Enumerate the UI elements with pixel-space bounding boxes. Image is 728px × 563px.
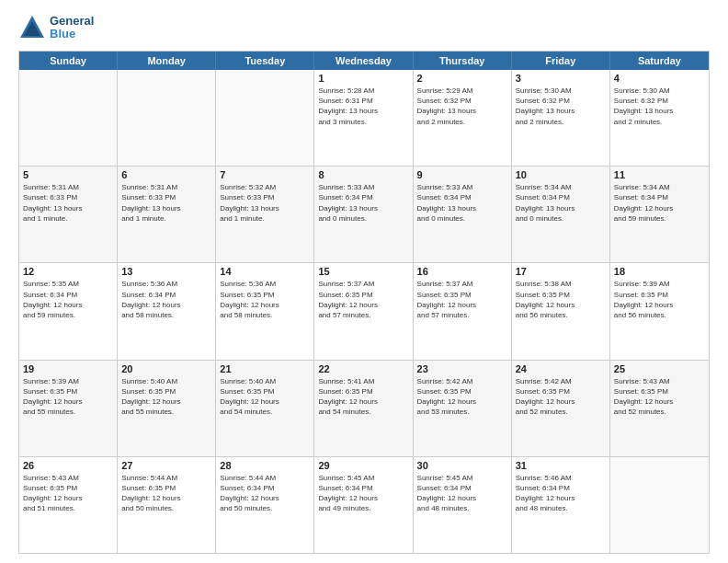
day-cell-27: 27Sunrise: 5:44 AM Sunset: 6:35 PM Dayli…: [118, 457, 216, 553]
day-number: 1: [318, 73, 408, 84]
logo-text: General Blue: [50, 15, 94, 41]
day-cell-5: 5Sunrise: 5:31 AM Sunset: 6:33 PM Daylig…: [19, 167, 118, 262]
day-cell-2: 2Sunrise: 5:29 AM Sunset: 6:32 PM Daylig…: [414, 70, 512, 166]
logo-icon: [18, 14, 46, 41]
day-info: Sunrise: 5:36 AM Sunset: 6:35 PM Dayligh…: [220, 279, 310, 320]
day-number: 6: [121, 169, 211, 180]
day-info: Sunrise: 5:42 AM Sunset: 6:35 PM Dayligh…: [417, 376, 507, 418]
day-number: 2: [417, 73, 507, 84]
day-info: Sunrise: 5:43 AM Sunset: 6:35 PM Dayligh…: [23, 473, 113, 514]
day-number: 19: [23, 363, 113, 374]
day-headers: SundayMondayTuesdayWednesdayThursdayFrid…: [19, 52, 709, 70]
calendar-body: 1Sunrise: 5:28 AM Sunset: 6:31 PM Daylig…: [19, 70, 709, 553]
day-header-sunday: Sunday: [19, 52, 118, 70]
day-cell-empty: [610, 457, 709, 553]
day-info: Sunrise: 5:28 AM Sunset: 6:31 PM Dayligh…: [318, 86, 408, 127]
calendar-week-4: 19Sunrise: 5:39 AM Sunset: 6:35 PM Dayli…: [19, 360, 709, 456]
day-number: 13: [121, 266, 211, 277]
day-number: 8: [318, 169, 408, 180]
day-info: Sunrise: 5:45 AM Sunset: 6:34 PM Dayligh…: [417, 473, 507, 514]
day-number: 27: [121, 460, 211, 471]
day-cell-15: 15Sunrise: 5:37 AM Sunset: 6:35 PM Dayli…: [314, 263, 413, 359]
day-info: Sunrise: 5:41 AM Sunset: 6:35 PM Dayligh…: [318, 376, 408, 418]
day-cell-19: 19Sunrise: 5:39 AM Sunset: 6:35 PM Dayli…: [19, 361, 118, 456]
day-info: Sunrise: 5:44 AM Sunset: 6:34 PM Dayligh…: [220, 473, 310, 514]
page: General Blue SundayMondayTuesdayWednesda…: [0, 0, 728, 563]
day-header-thursday: Thursday: [414, 52, 512, 70]
day-number: 29: [318, 460, 408, 471]
calendar-week-1: 1Sunrise: 5:28 AM Sunset: 6:31 PM Daylig…: [19, 70, 709, 166]
calendar-week-2: 5Sunrise: 5:31 AM Sunset: 6:33 PM Daylig…: [19, 166, 709, 262]
day-cell-30: 30Sunrise: 5:45 AM Sunset: 6:34 PM Dayli…: [414, 457, 512, 553]
day-number: 4: [614, 73, 705, 84]
calendar: SundayMondayTuesdayWednesdayThursdayFrid…: [18, 51, 710, 554]
day-number: 21: [220, 363, 310, 374]
day-cell-10: 10Sunrise: 5:34 AM Sunset: 6:34 PM Dayli…: [512, 167, 610, 262]
day-cell-empty: [216, 70, 314, 166]
day-cell-28: 28Sunrise: 5:44 AM Sunset: 6:34 PM Dayli…: [216, 457, 314, 553]
day-info: Sunrise: 5:42 AM Sunset: 6:35 PM Dayligh…: [516, 376, 606, 418]
day-number: 24: [516, 363, 606, 374]
day-cell-17: 17Sunrise: 5:38 AM Sunset: 6:35 PM Dayli…: [512, 263, 610, 359]
day-number: 28: [220, 460, 310, 471]
day-number: 30: [417, 460, 507, 471]
day-number: 10: [516, 169, 606, 180]
day-number: 15: [318, 266, 408, 277]
day-cell-20: 20Sunrise: 5:40 AM Sunset: 6:35 PM Dayli…: [118, 361, 216, 456]
day-info: Sunrise: 5:33 AM Sunset: 6:34 PM Dayligh…: [318, 182, 408, 224]
day-number: 11: [614, 169, 705, 180]
day-info: Sunrise: 5:45 AM Sunset: 6:34 PM Dayligh…: [318, 473, 408, 514]
day-number: 14: [220, 266, 310, 277]
day-number: 22: [318, 363, 408, 374]
calendar-week-3: 12Sunrise: 5:35 AM Sunset: 6:34 PM Dayli…: [19, 262, 709, 359]
day-info: Sunrise: 5:30 AM Sunset: 6:32 PM Dayligh…: [614, 86, 705, 127]
day-number: 7: [220, 169, 310, 180]
day-info: Sunrise: 5:33 AM Sunset: 6:34 PM Dayligh…: [417, 182, 507, 224]
calendar-week-5: 26Sunrise: 5:43 AM Sunset: 6:35 PM Dayli…: [19, 456, 709, 553]
day-number: 12: [23, 266, 113, 277]
day-cell-23: 23Sunrise: 5:42 AM Sunset: 6:35 PM Dayli…: [414, 361, 512, 456]
day-cell-22: 22Sunrise: 5:41 AM Sunset: 6:35 PM Dayli…: [314, 361, 413, 456]
day-number: 20: [121, 363, 211, 374]
day-cell-24: 24Sunrise: 5:42 AM Sunset: 6:35 PM Dayli…: [512, 361, 610, 456]
day-info: Sunrise: 5:29 AM Sunset: 6:32 PM Dayligh…: [417, 86, 507, 127]
day-cell-empty: [19, 70, 118, 166]
day-number: 9: [417, 169, 507, 180]
day-cell-31: 31Sunrise: 5:46 AM Sunset: 6:34 PM Dayli…: [512, 457, 610, 553]
day-info: Sunrise: 5:36 AM Sunset: 6:34 PM Dayligh…: [121, 279, 211, 320]
day-cell-26: 26Sunrise: 5:43 AM Sunset: 6:35 PM Dayli…: [19, 457, 118, 553]
day-info: Sunrise: 5:46 AM Sunset: 6:34 PM Dayligh…: [516, 473, 606, 514]
day-number: 23: [417, 363, 507, 374]
day-info: Sunrise: 5:30 AM Sunset: 6:32 PM Dayligh…: [516, 86, 606, 127]
day-cell-14: 14Sunrise: 5:36 AM Sunset: 6:35 PM Dayli…: [216, 263, 314, 359]
day-number: 18: [614, 266, 705, 277]
day-cell-18: 18Sunrise: 5:39 AM Sunset: 6:35 PM Dayli…: [610, 263, 709, 359]
day-info: Sunrise: 5:32 AM Sunset: 6:33 PM Dayligh…: [220, 182, 310, 224]
day-header-monday: Monday: [118, 52, 216, 70]
day-cell-empty: [118, 70, 216, 166]
day-cell-3: 3Sunrise: 5:30 AM Sunset: 6:32 PM Daylig…: [512, 70, 610, 166]
day-info: Sunrise: 5:38 AM Sunset: 6:35 PM Dayligh…: [516, 279, 606, 320]
day-cell-4: 4Sunrise: 5:30 AM Sunset: 6:32 PM Daylig…: [610, 70, 709, 166]
day-cell-29: 29Sunrise: 5:45 AM Sunset: 6:34 PM Dayli…: [314, 457, 413, 553]
day-header-saturday: Saturday: [610, 52, 709, 70]
day-info: Sunrise: 5:37 AM Sunset: 6:35 PM Dayligh…: [318, 279, 408, 320]
day-info: Sunrise: 5:34 AM Sunset: 6:34 PM Dayligh…: [516, 182, 606, 224]
day-cell-7: 7Sunrise: 5:32 AM Sunset: 6:33 PM Daylig…: [216, 167, 314, 262]
day-cell-12: 12Sunrise: 5:35 AM Sunset: 6:34 PM Dayli…: [19, 263, 118, 359]
day-header-friday: Friday: [512, 52, 610, 70]
day-info: Sunrise: 5:44 AM Sunset: 6:35 PM Dayligh…: [121, 473, 211, 514]
day-number: 16: [417, 266, 507, 277]
day-header-wednesday: Wednesday: [314, 52, 413, 70]
day-info: Sunrise: 5:37 AM Sunset: 6:35 PM Dayligh…: [417, 279, 507, 320]
header: General Blue: [18, 14, 710, 41]
day-cell-25: 25Sunrise: 5:43 AM Sunset: 6:35 PM Dayli…: [610, 361, 709, 456]
day-cell-6: 6Sunrise: 5:31 AM Sunset: 6:33 PM Daylig…: [118, 167, 216, 262]
day-number: 17: [516, 266, 606, 277]
day-info: Sunrise: 5:43 AM Sunset: 6:35 PM Dayligh…: [614, 376, 705, 418]
day-number: 3: [516, 73, 606, 84]
day-cell-13: 13Sunrise: 5:36 AM Sunset: 6:34 PM Dayli…: [118, 263, 216, 359]
day-number: 26: [23, 460, 113, 471]
day-cell-9: 9Sunrise: 5:33 AM Sunset: 6:34 PM Daylig…: [414, 167, 512, 262]
day-info: Sunrise: 5:31 AM Sunset: 6:33 PM Dayligh…: [121, 182, 211, 224]
